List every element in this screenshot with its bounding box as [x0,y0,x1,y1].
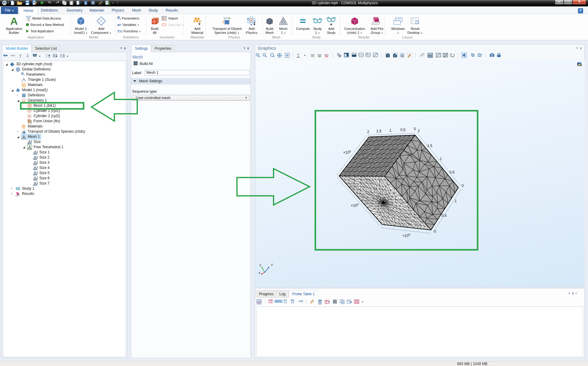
svg-text:2: 2 [367,130,369,134]
svg-text:×105: ×105 [343,150,351,155]
svg-text:1: 1 [455,199,457,203]
svg-text:0: 0 [462,184,464,188]
svg-text:2: 2 [418,129,420,133]
svg-text:0.5: 0.5 [400,128,406,132]
svg-text:×105: ×105 [351,203,358,208]
svg-text:z: z [271,263,273,266]
svg-text:1: 1 [440,157,442,161]
svg-text:zx: zx [326,53,329,56]
svg-text:y: y [260,263,261,267]
svg-text:1.5: 1.5 [376,129,382,133]
svg-text:1.5: 1.5 [427,144,432,148]
svg-text:1: 1 [389,128,392,133]
svg-text:x: x [259,271,260,274]
svg-text:0: 0 [434,229,436,234]
svg-text:0: 0 [414,127,416,131]
svg-text:yz: yz [319,53,322,56]
svg-text:0.5: 0.5 [450,170,455,174]
svg-text:0.5: 0.5 [442,214,447,218]
svg-text:xy: xy [312,53,315,56]
svg-text:×105: ×105 [402,233,410,238]
